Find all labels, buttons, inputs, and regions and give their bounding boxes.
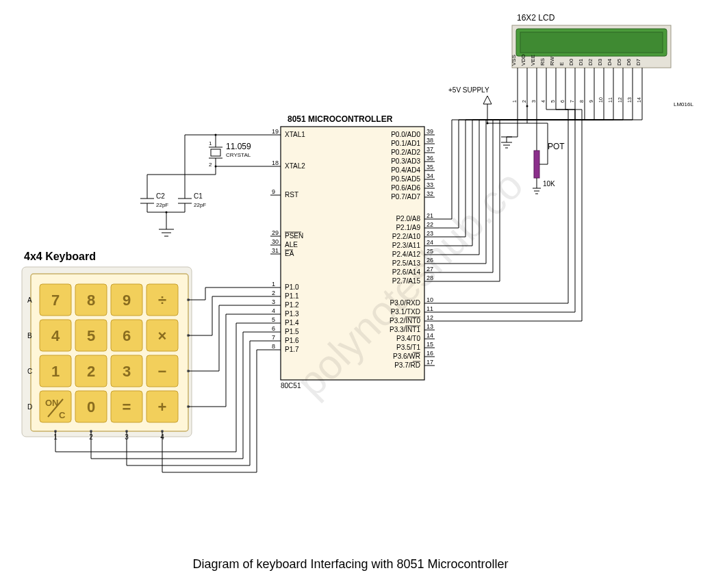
svg-text:16: 16 xyxy=(426,350,433,357)
mcu-pin-left: P1.2 xyxy=(285,301,299,309)
svg-text:7: 7 xyxy=(272,334,275,341)
svg-text:38: 38 xyxy=(426,137,433,144)
lcd-pin-label: D6 xyxy=(626,58,632,66)
mcu-pin-left: P1.4 xyxy=(285,319,299,327)
svg-point-144 xyxy=(215,166,217,168)
mcu-pin-left: ALE xyxy=(285,241,298,248)
svg-text:22: 22 xyxy=(426,221,433,228)
svg-text:32: 32 xyxy=(426,190,433,197)
lcd-pin-num: 8 xyxy=(579,100,584,103)
mcu-pin-right: P2.7/A15 xyxy=(392,277,421,285)
lcd-ground xyxy=(501,106,518,148)
pot-component: POT 10K xyxy=(527,106,565,194)
svg-text:24: 24 xyxy=(426,239,433,246)
svg-text:4: 4 xyxy=(51,327,60,344)
svg-text:14: 14 xyxy=(426,332,433,339)
svg-text:21: 21 xyxy=(426,212,433,219)
lcd-pin-label: D3 xyxy=(597,58,603,66)
svg-text:8: 8 xyxy=(272,343,275,350)
svg-text:11.059: 11.059 xyxy=(226,142,251,151)
mcu-pin-right: P3.7/RD xyxy=(394,361,420,369)
svg-text:+5V SUPPLY: +5V SUPPLY xyxy=(448,86,489,94)
svg-text:34: 34 xyxy=(426,172,433,179)
mcu-pin-right: P2.2/A10 xyxy=(392,233,421,240)
svg-text:D: D xyxy=(27,403,32,411)
svg-text:30: 30 xyxy=(272,238,279,245)
crystal-oscillator: 11.059 CRYSTAL 1 2 C2 22pF C1 22pF xyxy=(140,134,270,237)
lcd-pin-num: 4 xyxy=(541,100,546,103)
lcd-pin-num: 7 xyxy=(570,100,574,103)
lcd-pin-num: 11 xyxy=(608,97,613,103)
svg-text:C2: C2 xyxy=(156,192,165,200)
lcd-pin-num: 10 xyxy=(598,97,603,103)
svg-point-23 xyxy=(487,123,489,125)
svg-text:9: 9 xyxy=(123,292,131,309)
mcu-pin-left: EA xyxy=(285,250,294,257)
svg-text:1: 1 xyxy=(51,363,60,380)
mcu-pin-right: P3.5/T1 xyxy=(396,344,420,351)
lcd-pin-label: D5 xyxy=(616,58,622,66)
svg-text:25: 25 xyxy=(426,248,433,255)
svg-text:5: 5 xyxy=(272,316,275,323)
svg-marker-18 xyxy=(483,96,492,104)
mcu-pin-right: P0.3/AD3 xyxy=(391,157,420,165)
svg-rect-130 xyxy=(211,149,220,156)
mcu-pin-right: P0.4/AD4 xyxy=(391,166,420,174)
lcd-part: LM016L xyxy=(674,101,693,107)
svg-text:POT: POT xyxy=(548,142,565,151)
svg-text:5: 5 xyxy=(87,327,95,344)
lcd-pin-num: 12 xyxy=(617,97,622,103)
mcu-pin-right: P2.0/A8 xyxy=(396,215,420,222)
lcd-pin-label: D2 xyxy=(587,58,594,66)
svg-text:22pF: 22pF xyxy=(156,202,168,208)
svg-text:6: 6 xyxy=(123,327,131,344)
svg-text:2: 2 xyxy=(87,363,95,380)
svg-text:13: 13 xyxy=(426,323,433,330)
lcd-pin-label: VDD xyxy=(520,54,526,66)
p2-to-lcd-wires xyxy=(435,106,642,281)
lcd-pin-label: D4 xyxy=(607,58,613,66)
mcu-pin-right: P3.1/TXD xyxy=(391,308,420,316)
svg-text:18: 18 xyxy=(272,159,279,166)
svg-text:C1: C1 xyxy=(194,192,203,200)
mcu-pin-left: PSEN xyxy=(285,232,303,240)
mcu-pin-right: P0.2/AD2 xyxy=(391,149,420,156)
svg-text:17: 17 xyxy=(426,359,433,366)
mcu-pin-left: XTAL2 xyxy=(285,162,305,170)
svg-text:36: 36 xyxy=(426,155,433,162)
lcd-pin-num: 1 xyxy=(512,100,517,103)
lcd-pin-label: D1 xyxy=(578,58,584,66)
svg-point-22 xyxy=(526,105,528,107)
svg-text:−: − xyxy=(158,363,167,380)
lcd-pin-label: RS xyxy=(539,58,546,66)
svg-text:27: 27 xyxy=(426,266,433,272)
svg-text:C: C xyxy=(27,368,32,375)
svg-text:8051 MICROCONTROLLER: 8051 MICROCONTROLLER xyxy=(288,114,393,124)
svg-text:10K: 10K xyxy=(543,180,555,188)
svg-text:22pF: 22pF xyxy=(194,202,206,208)
svg-text:33: 33 xyxy=(426,181,433,188)
mcu-pin-right: P0.5/AD5 xyxy=(391,175,420,183)
mcu-pin-left: XTAL1 xyxy=(285,131,305,138)
svg-text:80C51: 80C51 xyxy=(281,382,301,389)
svg-text:19: 19 xyxy=(272,128,279,135)
lcd-pin-label: VSS xyxy=(511,55,517,66)
svg-text:11: 11 xyxy=(426,305,433,312)
lcd-pin-num: 5 xyxy=(550,100,555,103)
svg-text:35: 35 xyxy=(426,164,433,170)
lcd-pin-num: 2 xyxy=(522,100,526,103)
svg-text:CRYSTAL: CRYSTAL xyxy=(226,152,251,158)
svg-text:6: 6 xyxy=(272,325,275,332)
mcu-pin-right: P0.7/AD7 xyxy=(391,193,420,201)
mcu-pin-right: P2.4/A12 xyxy=(392,251,421,258)
mcu-8051: 8051 MICROCONTROLLER 80C51 19XTAL118XTAL… xyxy=(270,114,435,389)
diagram-caption: Diagram of keyboard Interfacing with 805… xyxy=(192,557,508,571)
svg-text:26: 26 xyxy=(426,257,433,264)
svg-point-162 xyxy=(166,212,168,214)
svg-point-143 xyxy=(215,134,217,136)
svg-text:23: 23 xyxy=(426,230,433,237)
mcu-pin-left: P1.0 xyxy=(285,283,299,291)
svg-text:+: + xyxy=(158,398,167,416)
mcu-pin-left: RST xyxy=(285,191,298,199)
svg-text:A: A xyxy=(27,296,32,304)
